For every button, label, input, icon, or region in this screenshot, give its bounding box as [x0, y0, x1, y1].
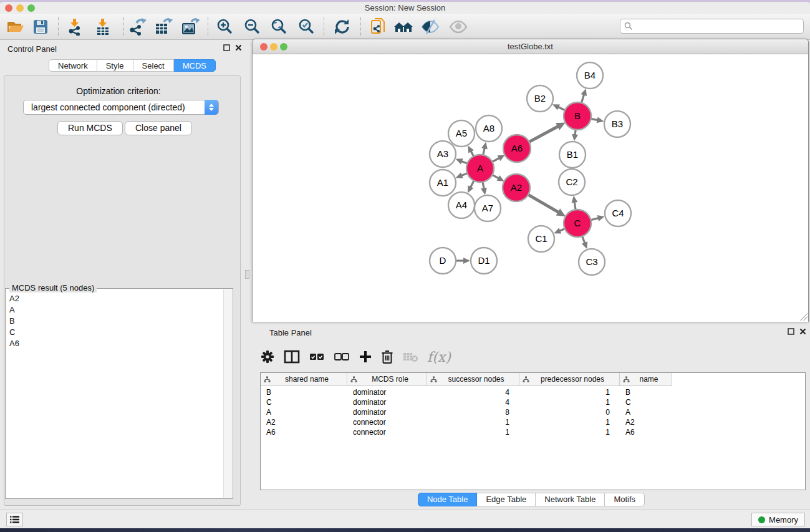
minimize-traffic-light[interactable]: [16, 4, 24, 12]
cell-name[interactable]: C: [620, 397, 672, 407]
edge-A-A2[interactable]: [492, 175, 498, 178]
cell-MCDS-role[interactable]: dominator: [347, 387, 427, 397]
zoom-in-icon[interactable]: [215, 17, 236, 37]
mcds-result-item[interactable]: B: [6, 315, 223, 326]
cell-name[interactable]: A2: [620, 417, 672, 427]
splitter-grip[interactable]: [245, 270, 249, 279]
cell-MCDS-role[interactable]: dominator: [347, 407, 427, 417]
cell-predecessor-nodes[interactable]: 0: [519, 407, 620, 417]
cell-successor-nodes[interactable]: 1: [427, 427, 519, 437]
cell-predecessor-nodes[interactable]: 1: [519, 387, 620, 397]
open-session-icon[interactable]: [5, 17, 26, 37]
task-history-button[interactable]: [6, 513, 23, 526]
zoom-traffic-light[interactable]: [27, 4, 35, 12]
tab-select[interactable]: Select: [133, 59, 174, 72]
cell-successor-nodes[interactable]: 1: [427, 417, 519, 427]
edge-B-B4[interactable]: [581, 95, 584, 103]
network-minimize-traffic-light[interactable]: [270, 43, 277, 51]
mcds-result-item[interactable]: C: [6, 326, 223, 337]
table-row[interactable]: Cdominator41C: [261, 397, 806, 407]
main-titlebar[interactable]: Session: New Session: [0, 2, 810, 14]
home-view-icon[interactable]: [393, 17, 414, 37]
edge-A-A7[interactable]: [483, 182, 484, 189]
save-session-icon[interactable]: [30, 17, 51, 37]
cell-successor-nodes[interactable]: 4: [427, 387, 519, 397]
cell-shared-name[interactable]: A2: [261, 417, 347, 427]
cell-name[interactable]: A6: [620, 427, 672, 437]
mcds-result-item[interactable]: A: [6, 304, 223, 315]
network-zoom-traffic-light[interactable]: [280, 43, 287, 51]
column-header-predecessor-nodes[interactable]: predecessor nodes: [519, 373, 620, 385]
close-table-panel-icon[interactable]: [799, 328, 806, 335]
network-window-titlebar[interactable]: testGlobe.txt: [253, 39, 808, 54]
clone-network-icon[interactable]: [368, 17, 389, 37]
tab-network[interactable]: Network: [49, 59, 97, 72]
tab-style[interactable]: Style: [97, 59, 133, 72]
table-row[interactable]: A2connector11A2: [261, 417, 806, 427]
cell-name[interactable]: A: [620, 407, 672, 417]
cell-name[interactable]: B: [620, 387, 672, 397]
export-network-icon[interactable]: [127, 17, 148, 37]
network-canvas[interactable]: AA1A2A3A4A5A6A7A8BB1B2B3B4CC1C2C3C4DD1: [253, 55, 808, 322]
edge-B-B2[interactable]: [558, 107, 565, 110]
zoom-fit-icon[interactable]: [269, 17, 290, 37]
cell-shared-name[interactable]: B: [261, 387, 347, 397]
edge-A-A1[interactable]: [461, 173, 468, 176]
tab-edge-table[interactable]: Edge Table: [477, 493, 536, 506]
close-panel-icon[interactable]: [235, 44, 242, 51]
cell-shared-name[interactable]: C: [261, 397, 347, 407]
memory-button[interactable]: Memory: [751, 513, 805, 526]
cell-shared-name[interactable]: A: [261, 407, 347, 417]
float-panel-icon[interactable]: [223, 44, 230, 51]
edge-C-C4[interactable]: [591, 218, 599, 220]
edge-B-B1[interactable]: [575, 130, 576, 135]
zoom-selected-icon[interactable]: [296, 17, 317, 37]
edge-A-A3[interactable]: [461, 161, 468, 163]
table-options-gear-icon[interactable]: [260, 349, 275, 364]
select-all-checks-icon[interactable]: [309, 351, 325, 362]
cell-MCDS-role[interactable]: dominator: [347, 397, 427, 407]
tab-motifs[interactable]: Motifs: [605, 493, 645, 506]
export-table-icon[interactable]: [153, 17, 174, 37]
cell-MCDS-role[interactable]: connector: [347, 417, 427, 427]
create-column-icon[interactable]: [359, 350, 372, 364]
hide-graphics-details-icon[interactable]: [420, 17, 441, 37]
edge-C-C3[interactable]: [582, 236, 585, 243]
column-header-name[interactable]: name: [620, 373, 672, 385]
network-close-traffic-light[interactable]: [260, 43, 268, 51]
cell-predecessor-nodes[interactable]: 1: [519, 397, 620, 407]
cell-MCDS-role[interactable]: connector: [347, 427, 427, 437]
mcds-result-list[interactable]: A2ABCA6: [6, 293, 223, 349]
import-network-icon[interactable]: [64, 17, 85, 37]
edge-A-A4[interactable]: [471, 181, 475, 188]
table-row[interactable]: A6connector11A6: [261, 427, 806, 437]
cell-predecessor-nodes[interactable]: 1: [519, 427, 620, 437]
column-header-successor-nodes[interactable]: successor nodes: [427, 373, 519, 385]
show-column-panel-icon[interactable]: [284, 350, 300, 364]
edge-A2-C[interactable]: [528, 195, 559, 212]
close-traffic-light[interactable]: [5, 4, 12, 12]
mcds-result-scrollbar[interactable]: [223, 289, 232, 498]
edge-A-A5[interactable]: [471, 151, 474, 156]
cell-shared-name[interactable]: A6: [261, 427, 347, 437]
edge-A-A8[interactable]: [483, 148, 485, 155]
criterion-dropdown[interactable]: largest connected component (directed): [23, 100, 219, 115]
cell-predecessor-nodes[interactable]: 1: [519, 417, 620, 427]
edge-A-A6[interactable]: [492, 158, 499, 162]
mcds-result-item[interactable]: A2: [6, 293, 223, 304]
delete-column-trash-icon[interactable]: [381, 349, 393, 364]
edge-C-C1[interactable]: [559, 229, 564, 231]
edge-C-C2[interactable]: [574, 202, 576, 210]
table-row[interactable]: Adominator80A: [261, 407, 806, 417]
window-resize-grip[interactable]: [800, 313, 808, 321]
cell-successor-nodes[interactable]: 8: [427, 407, 519, 417]
export-image-icon[interactable]: [180, 17, 201, 37]
cell-successor-nodes[interactable]: 4: [427, 397, 519, 407]
run-mcds-button[interactable]: Run MCDS: [57, 121, 123, 135]
clear-checks-icon[interactable]: [334, 351, 350, 362]
close-panel-button[interactable]: Close panel: [125, 121, 192, 135]
network-graph[interactable]: AA1A2A3A4A5A6A7A8BB1B2B3B4CC1C2C3C4DD1: [253, 55, 808, 322]
apply-layout-icon[interactable]: [331, 17, 352, 37]
search-input[interactable]: [620, 19, 804, 34]
zoom-out-icon[interactable]: [242, 17, 263, 37]
